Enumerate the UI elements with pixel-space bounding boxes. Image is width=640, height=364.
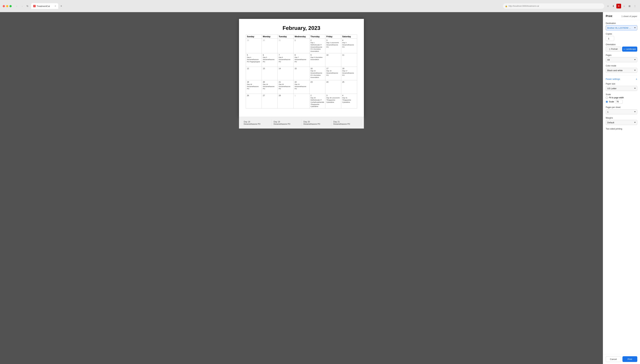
print-button[interactable]: Print [622, 356, 637, 362]
day-number: 4 [342, 94, 356, 96]
day-number: 16 [311, 68, 324, 70]
extensions-puzzle-button[interactable]: ⊞ [627, 4, 632, 8]
pages-select[interactable]: All [606, 57, 637, 62]
calendar-week-row: 29303112Day 1 Methotrexate IT Dexamethas… [246, 39, 357, 53]
downloads-button[interactable]: ⬇ [611, 4, 616, 8]
color-mode-select[interactable]: Black and white [606, 68, 637, 73]
day-number: 1 [295, 94, 308, 96]
bottom-day-event: Dexamethasone PO [303, 123, 329, 125]
calendar-cell: 18Day 17 Dexamethasone PO [341, 67, 357, 80]
refresh-button[interactable]: ↻ [25, 4, 30, 8]
browser-chrome: ‹ › ↻ T TreatmentCal ✕ + 🔒 http://localh… [0, 0, 640, 12]
maximize-window-button[interactable] [10, 5, 12, 7]
calendar-cell: 16Day 15 Dexamethasone PO Vincristine Do… [309, 67, 325, 80]
extensions-button[interactable]: R [616, 4, 621, 8]
forward-button[interactable]: › [20, 4, 25, 8]
destination-row: Destination Brother HL-L2370DW ... [606, 22, 637, 30]
calendar-title: February, 2023 [246, 25, 357, 31]
day-of-week-header: Saturday [341, 35, 357, 39]
day-number: 19 [247, 81, 261, 83]
bottom-strip-item: Day 18Dexamethasone PO [242, 119, 272, 126]
day-events: Day 3 Dexamethasone PO [342, 42, 356, 48]
bottom-strip-item: Day 19Dexamethasone PO [272, 119, 301, 126]
pages-per-sheet-row: Pages per sheet 1 [606, 106, 637, 114]
margins-label: Margins [606, 117, 637, 119]
day-number: 3 [326, 94, 340, 96]
day-of-week-header: Friday [325, 35, 341, 39]
destination-label: Destination [606, 22, 637, 24]
copies-input[interactable] [606, 36, 614, 41]
back-button[interactable]: ‹ [14, 4, 19, 8]
fewer-settings-toggle[interactable]: Fewer settings ∧ [606, 78, 637, 80]
calendar-cell: 21Day 20 Dexamethasone PO [278, 80, 294, 94]
scale-row: Scale Fit to page width Scale [606, 93, 637, 104]
calendar-cell: 29 [246, 39, 262, 53]
day-events: Day 30 Leucovorin Thioguanine Cytarabine [326, 97, 340, 103]
landscape-label: Landscape [626, 48, 636, 50]
calendar-cell: 31 [278, 39, 294, 53]
bottom-day-label: Day 18 [244, 120, 269, 123]
day-number: 4 [342, 39, 356, 41]
day-number: 30 [263, 39, 276, 41]
minimize-window-button[interactable] [6, 5, 8, 7]
print-panel-title: Print [606, 14, 612, 18]
landscape-button[interactable]: ▭ Landscape [622, 46, 637, 52]
day-events: Day 4 Dexamethasone PO Pegaspargase [247, 56, 261, 63]
day-number: 22 [295, 81, 308, 83]
day-events: Day 5 Dexamethasone PO [263, 56, 276, 63]
day-events: Day 2 Leucovorin Dexamethasone PO [326, 42, 340, 48]
pages-label: Pages [606, 54, 637, 56]
tab-close-button[interactable]: ✕ [55, 5, 56, 7]
calendar-cell: 11 [341, 53, 357, 67]
menu-button[interactable]: ⋮ [632, 4, 637, 8]
print-panel: Print 1 sheet of paper Destination Broth… [603, 12, 640, 364]
calendar-cell: 3Day 30 Leucovorin Thioguanine Cytarabin… [325, 94, 341, 108]
scale-value-input[interactable] [615, 100, 622, 104]
day-number: 3 [326, 39, 340, 41]
paper-size-label: Paper size [606, 83, 637, 85]
new-tab-button[interactable]: + [59, 4, 64, 8]
calendar-week-row: 26272812Day 29 Methotrexate IT Cyclophos… [246, 94, 357, 108]
day-number: 24 [326, 81, 340, 83]
calendar-cell: 4Day 31 Thioguanine Cytarabine [341, 94, 357, 108]
day-number: 10 [326, 54, 340, 56]
portrait-button[interactable]: ▯ Portrait [606, 46, 621, 52]
close-window-button[interactable] [3, 5, 5, 7]
day-number: 9 [311, 54, 324, 56]
calendar-cell: 19Day 18 Dexamethasone PO [246, 80, 262, 94]
bottom-strip-item: Day 20Dexamethasone PO [301, 119, 331, 126]
print-panel-header: Print 1 sheet of paper [603, 12, 640, 20]
day-number: 21 [279, 81, 292, 83]
bottom-strip: Day 18Dexamethasone PODay 19Dexamethason… [239, 117, 364, 128]
day-number: 27 [263, 94, 276, 96]
calendar-week-row: 5Day 4 Dexamethasone PO Pegaspargase6Day… [246, 53, 357, 67]
day-number: 14 [279, 68, 292, 70]
cancel-button[interactable]: Cancel [606, 356, 621, 362]
bottom-day-label: Day 19 [274, 120, 299, 123]
omnibox[interactable]: 🔒 http://localhost:3000/treatment-cal [503, 3, 604, 9]
calendar-cell: 22Day 21 Dexamethasone PO [294, 80, 309, 94]
calendar-cell: 27 [262, 94, 278, 108]
day-events: Day 17 Dexamethasone PO [342, 70, 356, 76]
paper-size-select[interactable]: US Letter [606, 86, 637, 91]
active-tab[interactable]: T TreatmentCal ✕ [31, 3, 58, 9]
bookmark-star-button[interactable]: ☆ [605, 4, 610, 8]
scale-label: Scale [606, 93, 637, 96]
profile-button[interactable]: ○ [622, 4, 626, 8]
calendar-cell: 7Day 6 Dexamethasone PO [278, 53, 294, 67]
fit-to-page-radio[interactable] [606, 97, 608, 99]
toolbar-icons: ☆ ⬇ R ○ ⊞ ⋮ [605, 4, 637, 8]
day-of-week-header: Tuesday [278, 35, 294, 39]
pages-per-sheet-select[interactable]: 1 [606, 109, 637, 114]
day-number: 2 [311, 94, 324, 96]
calendar-cell: 23 [309, 80, 325, 94]
margins-select[interactable]: Default [606, 120, 637, 125]
day-number: 13 [263, 68, 276, 70]
day-number: 28 [279, 94, 292, 96]
calendar-week-row: 1213141516Day 15 Dexamethasone PO Vincri… [246, 67, 357, 80]
scale-radio[interactable] [606, 101, 608, 103]
calendar-cell: 1 [294, 39, 309, 53]
day-events: Day 21 Dexamethasone PO [295, 83, 308, 90]
destination-select[interactable]: Brother HL-L2370DW ... [606, 25, 637, 30]
url-display[interactable]: http://localhost:3000/treatment-cal [508, 5, 539, 7]
